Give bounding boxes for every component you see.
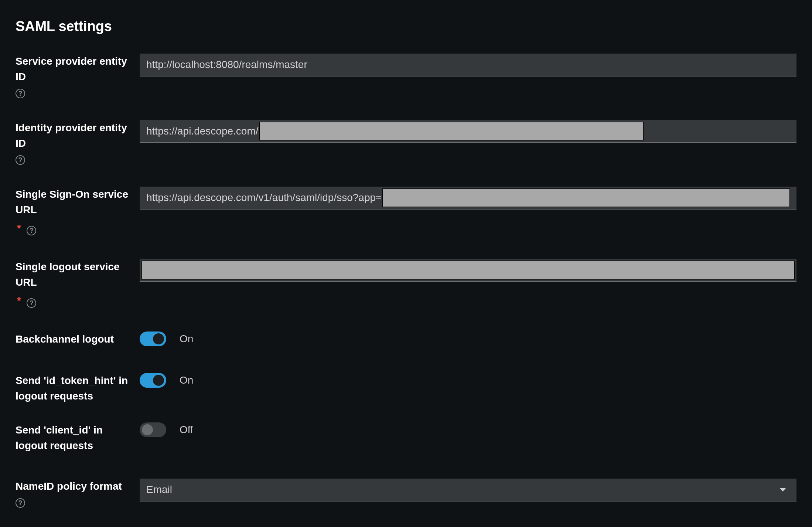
help-icon[interactable]: ?	[16, 89, 25, 98]
sso-url-input[interactable]: https://api.descope.com/v1/auth/saml/idp…	[140, 187, 796, 210]
label-nameid-policy: NameID policy format ?	[16, 479, 140, 507]
required-asterisk: *	[17, 222, 21, 234]
label-text: Single logout service URL	[16, 259, 132, 290]
label-send-client-id: Send 'client_id' in logout requests	[16, 422, 140, 453]
redacted-value	[382, 188, 790, 207]
nameid-policy-select[interactable]: Email	[140, 479, 796, 501]
label-text: Backchannel logout	[16, 332, 114, 347]
help-icon[interactable]: ?	[27, 226, 36, 235]
select-value: Email	[146, 484, 172, 496]
label-sso-url: Single Sign-On service URL * ?	[16, 187, 140, 236]
slo-url-input[interactable]	[140, 259, 796, 282]
idp-entity-id-input[interactable]: https://api.descope.com/	[140, 120, 796, 143]
help-icon[interactable]: ?	[16, 498, 25, 508]
input-prefix: https://api.descope.com/	[146, 125, 259, 137]
input-value: http://localhost:8080/realms/master	[146, 59, 307, 71]
help-icon[interactable]: ?	[27, 298, 36, 308]
label-send-id-token-hint: Send 'id_token_hint' in logout requests	[16, 373, 140, 404]
label-text: Identity provider entity ID	[16, 120, 132, 151]
backchannel-logout-toggle[interactable]	[140, 332, 166, 346]
help-icon[interactable]: ?	[16, 155, 25, 165]
label-slo-url: Single logout service URL * ?	[16, 259, 140, 309]
chevron-down-icon	[779, 488, 786, 492]
required-asterisk: *	[17, 295, 21, 306]
toggle-state-label: On	[180, 333, 193, 345]
section-title: SAML settings	[16, 18, 796, 34]
sp-entity-id-input[interactable]: http://localhost:8080/realms/master	[140, 54, 796, 76]
label-text: Service provider entity ID	[16, 54, 132, 85]
send-id-token-hint-toggle[interactable]	[140, 373, 166, 388]
label-text: Single Sign-On service URL	[16, 187, 132, 218]
label-sp-entity-id: Service provider entity ID ?	[16, 54, 140, 97]
label-idp-entity-id: Identity provider entity ID ?	[16, 120, 140, 164]
redacted-value	[259, 122, 644, 140]
input-prefix: https://api.descope.com/v1/auth/saml/idp…	[146, 192, 382, 204]
label-text: Send 'client_id' in logout requests	[16, 422, 132, 453]
toggle-state-label: On	[180, 374, 193, 386]
label-text: Send 'id_token_hint' in logout requests	[16, 373, 132, 404]
redacted-value	[141, 261, 795, 280]
label-text: NameID policy format	[16, 479, 122, 494]
send-client-id-toggle[interactable]	[140, 422, 166, 437]
toggle-state-label: Off	[180, 424, 193, 436]
label-backchannel-logout: Backchannel logout	[16, 332, 140, 347]
